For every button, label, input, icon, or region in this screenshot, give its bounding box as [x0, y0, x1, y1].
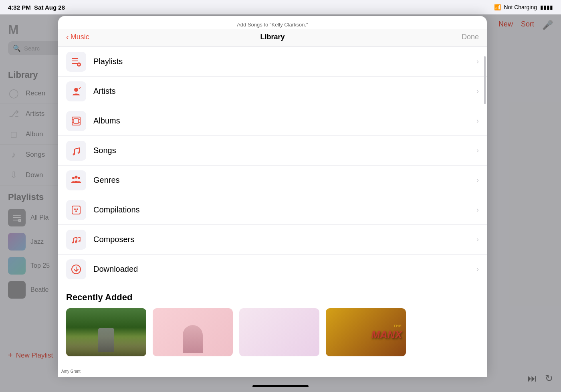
status-text: Not Charging — [504, 4, 537, 10]
svg-point-16 — [72, 177, 75, 179]
artists-label: Artists — [93, 87, 476, 96]
composers-icon-wrap — [66, 230, 86, 250]
songs-label: Songs — [93, 146, 476, 155]
recent-album-1[interactable] — [66, 308, 146, 356]
songs-icon-wrap — [66, 141, 86, 161]
svg-rect-5 — [72, 61, 78, 61]
modal-subtitle: Add Songs to "Kelly Clarkson." — [58, 16, 487, 29]
genres-label: Genres — [93, 176, 476, 185]
genres-icon — [71, 175, 82, 186]
composers-chevron-icon: › — [476, 235, 479, 244]
compilations-icon — [71, 204, 82, 216]
status-time: 4:32 PM Sat Aug 28 — [8, 4, 65, 11]
list-item-albums[interactable]: Albums › — [58, 106, 487, 136]
modal-header: ‹ Music Library Done — [58, 29, 487, 47]
playlists-label: Playlists — [93, 57, 476, 66]
recently-added-title: Recently Added — [66, 292, 479, 303]
modal-scrollbar — [484, 56, 486, 104]
compilations-label: Compilations — [93, 205, 476, 214]
svg-point-21 — [77, 208, 78, 210]
songs-chevron-icon: › — [476, 146, 479, 155]
downloaded-chevron-icon: › — [476, 265, 479, 273]
composers-icon — [71, 234, 82, 245]
svg-point-8 — [74, 88, 78, 92]
recently-added-grid: Amy Grant THE MANX — [66, 308, 479, 356]
svg-rect-11 — [74, 119, 79, 123]
playlists-chevron-icon: › — [476, 57, 479, 66]
list-item-playlists[interactable]: Playlists › — [58, 47, 487, 77]
svg-point-20 — [74, 208, 76, 210]
modal-back-label: Music — [71, 33, 89, 41]
downloaded-icon — [71, 264, 82, 275]
albums-icon — [71, 115, 82, 127]
compilations-icon-wrap — [66, 200, 86, 220]
albums-chevron-icon: › — [476, 117, 479, 125]
list-item-composers[interactable]: Composers › — [58, 225, 487, 255]
svg-rect-4 — [72, 58, 78, 59]
list-item-songs[interactable]: Songs › — [58, 136, 487, 166]
svg-point-22 — [75, 210, 77, 212]
recently-added-section: Recently Added Amy Grant — [58, 284, 487, 356]
downloaded-label: Downloaded — [93, 265, 476, 274]
svg-point-18 — [78, 177, 80, 179]
battery-icon: ▮▮▮▮ — [540, 4, 553, 10]
songs-icon — [71, 145, 82, 156]
recent-album-4[interactable]: THE MANX — [326, 308, 406, 356]
back-chevron-icon: ‹ — [66, 32, 69, 42]
list-item-downloaded[interactable]: Downloaded › — [58, 255, 487, 284]
svg-point-17 — [75, 176, 78, 178]
list-item-artists[interactable]: Artists › — [58, 77, 487, 106]
recent-album-3[interactable] — [239, 308, 319, 356]
list-item-compilations[interactable]: Compilations › — [58, 195, 487, 225]
manx-label: MANX — [371, 329, 402, 341]
home-indicator — [252, 385, 309, 387]
artists-icon-wrap — [66, 81, 86, 101]
artists-chevron-icon: › — [476, 87, 479, 95]
list-item-genres[interactable]: Genres › — [58, 166, 487, 195]
modal-title: Library — [260, 33, 285, 41]
svg-line-9 — [79, 87, 81, 89]
modal-list: Playlists › Artists › — [58, 47, 487, 368]
downloaded-icon-wrap — [66, 259, 86, 279]
albums-icon-wrap — [66, 111, 86, 131]
wifi-icon: 📶 — [494, 4, 501, 10]
composers-label: Composers — [93, 235, 476, 244]
library-modal: Add Songs to "Kelly Clarkson." ‹ Music L… — [58, 16, 487, 377]
svg-rect-10 — [72, 117, 80, 125]
compilations-chevron-icon: › — [476, 206, 479, 214]
genres-chevron-icon: › — [476, 176, 479, 184]
artists-icon — [71, 86, 82, 97]
playlists-icon — [71, 56, 82, 67]
modal-back-button[interactable]: ‹ Music — [66, 32, 89, 42]
playlists-icon-wrap — [66, 52, 86, 72]
status-bar: 4:32 PM Sat Aug 28 📶 Not Charging ▮▮▮▮ — [0, 0, 561, 14]
status-right: 📶 Not Charging ▮▮▮▮ — [494, 4, 553, 10]
recent-album-2[interactable]: Amy Grant — [153, 308, 233, 356]
genres-icon-wrap — [66, 170, 86, 190]
albums-label: Albums — [93, 116, 476, 125]
svg-rect-19 — [72, 206, 80, 214]
modal-done-button[interactable]: Done — [462, 33, 479, 41]
